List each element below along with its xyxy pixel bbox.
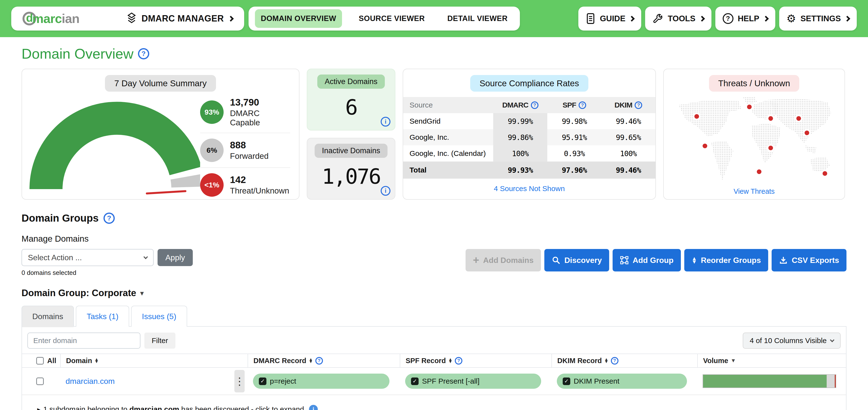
threat-marker[interactable] [756, 169, 762, 175]
threat-marker[interactable] [693, 113, 700, 119]
threat-marker[interactable] [702, 143, 708, 149]
threat-map [664, 92, 844, 187]
help-icon[interactable]: ? [634, 101, 642, 109]
compliance-table: Source DMARC? SPF? DKIM? SendGrid 99.99%… [403, 97, 655, 179]
legend-dmarc-capable: 93% 13,790 DMARC Capable [200, 92, 290, 133]
threat-marker[interactable] [768, 145, 774, 151]
domain-column-header[interactable]: Domain ▲▼ [60, 354, 248, 367]
dmarcian-logo[interactable]: d marcian [23, 11, 79, 26]
tab-source-viewer[interactable]: SOURCE VIEWER [353, 9, 431, 28]
active-domains-card: Active Domains 6 i [307, 69, 395, 131]
apply-button[interactable]: Apply [158, 249, 193, 266]
row-menu-button[interactable]: ⋮ [235, 370, 245, 392]
spf-column-header[interactable]: SPF Record ▲▼ ? [400, 354, 552, 367]
columns-visible-button[interactable]: 4 of 10 Columns Visible [743, 333, 841, 349]
domain-groups-heading: Domain Groups [22, 212, 99, 224]
info-icon[interactable]: i [381, 186, 391, 196]
domain-filter-input[interactable] [27, 333, 141, 349]
subdomain-expander[interactable]: ▸ 1 subdomain belonging to dmarcian.com … [22, 395, 846, 410]
compliance-row: Google, Inc. (Calendar) 100% 0.93% 100% [403, 145, 655, 162]
group-action-buttons: + Add Domains Discovery [466, 249, 846, 271]
caret-right-icon: ▸ [37, 406, 40, 410]
help-icon[interactable]: ? [579, 101, 586, 109]
add-group-button[interactable]: Add Group [613, 249, 681, 271]
legend-circle-green: 93% [200, 100, 224, 124]
dkim-column-header[interactable]: DKIM Record ▲▼ ? [552, 354, 697, 367]
legend-forwarded: 6% 888 Forwarded [200, 133, 290, 167]
legend-circle-gray: 6% [200, 139, 224, 162]
domains-selected-note: 0 domains selected [22, 269, 193, 277]
info-icon[interactable]: i [309, 405, 318, 410]
spf-record-badge[interactable]: ✓ SPF Present [-all] [405, 374, 541, 389]
manage-domains-label: Manage Domains [22, 234, 846, 244]
chevron-down-icon [830, 338, 834, 342]
csv-exports-button[interactable]: CSV Exports [772, 249, 846, 271]
sort-icon: ▲▼ [94, 358, 99, 363]
threat-marker[interactable] [795, 115, 802, 122]
threat-marker[interactable] [822, 170, 828, 176]
guide-button[interactable]: GUIDE [578, 7, 642, 31]
compliance-row: SendGrid 99.99% 99.98% 99.46% [403, 113, 655, 129]
help-icon[interactable]: ? [455, 357, 462, 365]
help-icon[interactable]: ? [611, 357, 618, 365]
chevron-right-icon [699, 15, 705, 22]
check-icon: ✓ [411, 377, 418, 385]
legend-circle-red: <1% [200, 173, 224, 197]
discovery-button[interactable]: Discovery [544, 249, 609, 271]
help-icon[interactable]: ? [531, 101, 538, 109]
table-header-row: All Domain ▲▼ DMARC Record ▲▼ ? SPF Reco… [22, 353, 846, 368]
domain-link[interactable]: dmarcian.com [66, 377, 115, 386]
guide-icon [586, 13, 595, 25]
active-domains-title: Active Domains [317, 74, 384, 89]
page-help-icon[interactable]: ? [138, 48, 149, 59]
nav-buttons: GUIDE TOOLS ? HELP ⚙ SETTINGS [578, 7, 857, 31]
triangle-down-icon: ▾ [140, 289, 144, 297]
threats-card: Threats / Unknown [663, 69, 845, 200]
volume-column-header[interactable]: Volume ▼ [697, 354, 846, 367]
dmarc-column-header[interactable]: DMARC Record ▲▼ ? [248, 354, 400, 367]
compliance-total-row: Total 99.93% 97.96% 99.46% [403, 162, 655, 179]
domain-group-selector[interactable]: Domain Group: Corporate ▾ [22, 288, 846, 298]
tab-domains[interactable]: Domains [22, 306, 74, 327]
settings-button[interactable]: ⚙ SETTINGS [779, 7, 857, 31]
dmarc-manager-menu[interactable]: DMARC MANAGER [126, 12, 233, 25]
tab-tasks[interactable]: Tasks (1) [76, 306, 129, 327]
tab-detail-viewer[interactable]: DETAIL VIEWER [441, 9, 513, 28]
tools-button[interactable]: TOOLS [645, 7, 711, 31]
volume-segment-capable [703, 375, 827, 387]
logo-text-green: marc [32, 11, 62, 26]
volume-bar [703, 374, 836, 388]
volume-summary-card: 7 Day Volume Summary 93% 13,790 DM [22, 69, 300, 200]
row-checkbox[interactable] [36, 377, 44, 385]
threat-marker[interactable] [804, 130, 810, 136]
threat-marker[interactable] [768, 115, 774, 122]
select-all-checkbox[interactable] [36, 357, 44, 365]
domain-groups-help-icon[interactable]: ? [103, 213, 115, 224]
sort-icon: ▲▼ [604, 358, 609, 363]
action-select[interactable]: Select Action ... [22, 249, 154, 266]
dkim-record-badge[interactable]: ✓ DKIM Present [557, 374, 687, 389]
chevron-down-icon [143, 254, 148, 259]
table-row: dmarcian.com ⋮ ✓ p=reject ✓ SPF Present … [22, 368, 846, 395]
sources-not-shown-link[interactable]: 4 Sources Not Shown [494, 184, 565, 193]
domain-overview-page: d marcian DMARC MANAGER DOMAIN OVERVIEW … [0, 0, 868, 410]
brand-product-pill: d marcian DMARC MANAGER [11, 7, 244, 31]
chevron-right-icon [763, 15, 769, 22]
dmarc-record-badge[interactable]: ✓ p=reject [253, 374, 390, 389]
wrench-icon [652, 13, 663, 24]
info-icon[interactable]: i [381, 117, 391, 127]
filter-button[interactable]: Filter [144, 333, 176, 349]
view-threats-link[interactable]: View Threats [734, 187, 775, 196]
tab-domain-overview[interactable]: DOMAIN OVERVIEW [255, 9, 342, 28]
tab-issues[interactable]: Issues (5) [131, 306, 187, 327]
active-domains-value: 6 [345, 95, 357, 119]
threat-marker[interactable] [746, 104, 752, 110]
search-icon [552, 256, 560, 265]
help-icon[interactable]: ? [315, 357, 323, 365]
legend-threat-unknown: <1% 142 Threat/Unknown [200, 167, 290, 202]
reorder-groups-button[interactable]: ▲▼ Reorder Groups [684, 249, 768, 271]
chevron-right-icon [629, 15, 635, 22]
add-domains-button[interactable]: + Add Domains [466, 249, 541, 271]
help-button[interactable]: ? HELP [715, 7, 775, 31]
logo-text-gray: ian [62, 11, 79, 26]
